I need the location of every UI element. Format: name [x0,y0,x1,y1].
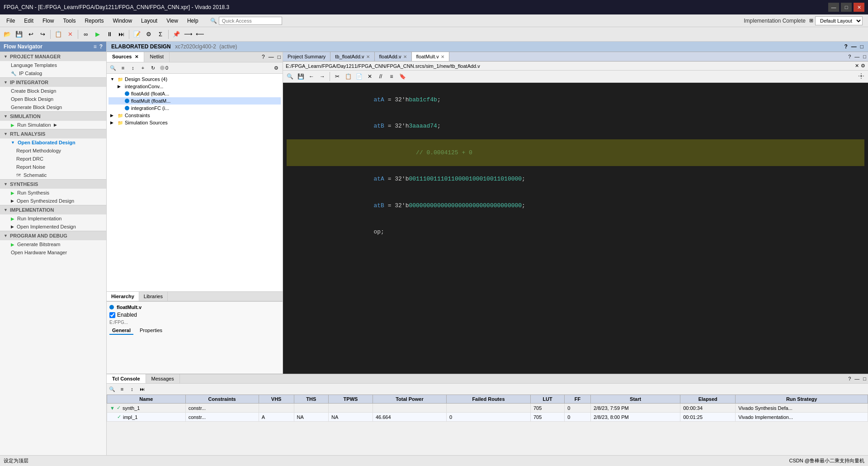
layout-select[interactable]: Default Layout [815,16,863,25]
quick-access-input[interactable] [219,17,282,25]
editor-back-btn[interactable]: ← [307,71,316,81]
menu-layout[interactable]: Layout [137,16,162,26]
elab-min-btn[interactable]: — [851,43,857,50]
tab-netlist[interactable]: Netlist [144,52,170,62]
minimize-button[interactable]: — [828,3,839,12]
tab-floatmult[interactable]: floatMult.v ✕ [412,52,449,61]
editor-uncomment-btn[interactable]: ≡ [387,71,396,81]
loop-button[interactable]: ∞ [80,29,91,40]
nav-item-run-simulation[interactable]: ▶ Run Simulation ▶ [0,121,106,129]
expand-rtl-analysis[interactable]: ▼ [4,132,8,136]
table-row-impl1[interactable]: ✓ impl_1 constr... A NA NA 46.664 [107,413,868,422]
nav-item-generate-bitstream[interactable]: ▶ Generate Bitstream [0,240,106,248]
tree-item-integrationconv[interactable]: ▶ integrationConv... [108,83,281,90]
close-floatadd-tab[interactable]: ✕ [403,54,407,59]
close-sources-tab[interactable]: ✕ [135,54,138,59]
editor-bookmark-btn[interactable]: 🔖 [397,71,407,81]
nav-item-generate-block-design[interactable]: Generate Block Design [0,103,106,111]
close-floatmult-tab[interactable]: ✕ [441,54,444,59]
section-label-program-debug[interactable]: ▼ PROGRAM AND DEBUG [0,231,106,240]
editor-help-btn[interactable]: ? [846,52,853,61]
tab-hierarchy[interactable]: Hierarchy [107,292,139,301]
editor-comment-btn[interactable]: // [376,71,386,81]
nav-item-ip-catalog[interactable]: 🔧 IP Catalog [0,69,106,77]
nav-item-open-elaborated-design[interactable]: ▼ Open Elaborated Design [0,138,106,147]
editor-paste-btn[interactable]: 📄 [354,71,364,81]
write-button[interactable]: 📝 [132,29,142,40]
enabled-checkbox[interactable] [109,312,115,318]
elab-help-btn[interactable]: ? [844,43,847,50]
nav-item-open-implemented-design[interactable]: ▶ Open Implemented Design [0,223,106,231]
close-tb-floatadd-tab[interactable]: ✕ [366,54,370,59]
editor-search-btn[interactable]: 🔍 [285,71,295,81]
nav-item-run-synthesis[interactable]: ▶ Run Synthesis [0,189,106,197]
sources-add-btn[interactable]: + [138,63,147,72]
nav-item-report-drc[interactable]: Report DRC [0,155,106,163]
close-editor-path[interactable]: ✕ [855,63,859,69]
menu-view[interactable]: View [162,16,183,26]
section-label-implementation[interactable]: ▼ IMPLEMENTATION [0,205,106,214]
nav-item-run-implementation[interactable]: ▶ Run Implementation [0,214,106,223]
tree-item-constraints[interactable]: ▶ 📁 Constraints [108,112,281,119]
editor-save-btn[interactable]: 💾 [296,71,306,81]
nav-item-open-hardware-manager[interactable]: Open Hardware Manager [0,248,106,257]
menu-window[interactable]: Window [108,16,137,26]
bottom-help-btn[interactable]: ? [846,374,853,383]
tab-sources[interactable]: Sources ✕ [107,52,144,62]
menu-tools[interactable]: Tools [58,16,80,26]
sources-expand-btn[interactable]: ↕ [128,63,137,72]
nav-item-create-block-design[interactable]: Create Block Design [0,87,106,95]
copy-button[interactable]: 📋 [53,29,64,40]
section-label-ip-integrator[interactable]: ▼ IP INTEGRATOR [0,77,106,87]
tab-project-summary[interactable]: Project Summary [283,52,330,61]
nav-item-schematic[interactable]: 🗺 Schematic [0,171,106,179]
expand-implementation[interactable]: ▼ [4,208,8,212]
sources-search-btn[interactable]: 🔍 [108,63,118,72]
save-button[interactable]: 💾 [14,29,24,40]
expand-program-debug[interactable]: ▼ [4,233,8,238]
section-label-synthesis[interactable]: ▼ SYNTHESIS [0,179,106,189]
nav-item-report-methodology[interactable]: Report Methodology [0,147,106,155]
delete-button[interactable]: ✕ [65,29,75,40]
step-button[interactable]: ⏭ [116,29,127,40]
tree-item-integrationfc[interactable]: integrationFC (i... [108,105,281,112]
sources-help-btn[interactable]: ? [260,52,267,62]
menu-flow[interactable]: Flow [38,16,58,26]
settings-button[interactable]: ⚙ [143,29,154,40]
tab-tcl-console[interactable]: Tcl Console [107,374,146,383]
flow-nav-collapse[interactable]: ≡ [94,43,97,50]
tab-floatadd[interactable]: floatAdd.v ✕ [375,52,412,61]
undo-button[interactable]: ↩ [25,29,36,40]
sources-settings-btn[interactable]: ⚙ [272,63,281,72]
run-step-btn[interactable]: ⏭ [137,385,146,394]
tab-tb-floatadd[interactable]: tb_floatAdd.v ✕ [330,52,374,61]
tree-item-floatadd[interactable]: floatAdd (floatA... [108,90,281,97]
section-label-project-manager[interactable]: ▼ PROJECT MANAGER [0,52,106,61]
editor-forward-btn[interactable]: → [317,71,327,81]
sources-max-btn[interactable]: □ [276,52,283,62]
prop-tab-general[interactable]: General [109,327,133,335]
tree-item-sim-sources[interactable]: ▶ 📁 Simulation Sources [108,119,281,126]
expand-synthesis[interactable]: ▼ [4,182,8,186]
close-button[interactable]: ✕ [854,3,864,12]
nav-item-language-templates[interactable]: Language Templates [0,61,106,69]
route-button[interactable]: ⟶ [183,29,193,40]
maximize-button[interactable]: □ [841,3,852,12]
nav-item-open-block-design[interactable]: Open Block Design [0,95,106,103]
sources-min-btn[interactable]: — [267,52,276,62]
tab-messages[interactable]: Messages [146,374,180,383]
run-expand-btn[interactable]: ↕ [127,385,137,394]
prop-tab-properties[interactable]: Properties [137,327,165,335]
redo-button[interactable]: ↪ [37,29,48,40]
nav-item-open-synthesized-design[interactable]: ▶ Open Synthesized Design [0,197,106,205]
sigma-button[interactable]: Σ [155,29,166,40]
menu-help[interactable]: Help [183,16,203,26]
tree-design-sources[interactable]: ▼ 📁 Design Sources (4) [108,76,281,83]
tab-libraries[interactable]: Libraries [139,292,168,301]
code-editor[interactable]: atA = 32'hbab1cf4b; atB = 32'h3aaaad74; [283,83,868,374]
bottom-min-btn[interactable]: — [853,374,861,383]
table-row-synth1[interactable]: ▼ ✓ synth_1 constr... [107,404,868,413]
editor-min-btn[interactable]: — [853,52,861,61]
editor-delete-btn[interactable]: ✕ [365,71,375,81]
editor-max-btn[interactable]: □ [861,52,868,61]
